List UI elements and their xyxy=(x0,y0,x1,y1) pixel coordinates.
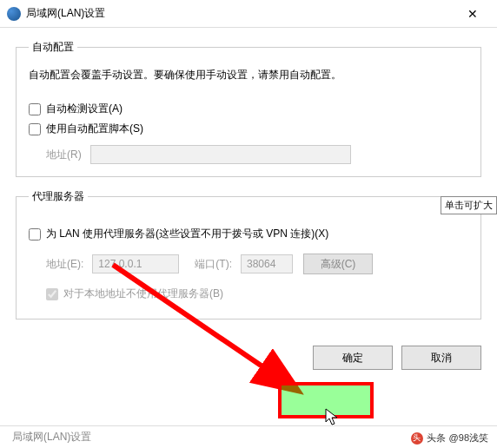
footer-credit-user: @98浅笑 xyxy=(449,432,488,445)
window-title: 局域网(LAN)设置 xyxy=(26,6,455,21)
auto-config-note: 自动配置会覆盖手动设置。要确保使用手动设置，请禁用自动配置。 xyxy=(29,67,468,82)
footer-credit-source: 头条 xyxy=(427,432,446,445)
proxy-legend: 代理服务器 xyxy=(29,189,88,204)
ok-button[interactable]: 确定 xyxy=(313,346,393,370)
footer-strip: 局域网(LAN)设置 头 头条 @98浅笑 xyxy=(0,425,497,448)
auto-detect-label: 自动检测设置(A) xyxy=(46,102,123,116)
auto-detect-checkbox[interactable] xyxy=(29,103,41,115)
proxy-port-label: 端口(T): xyxy=(195,257,232,272)
script-address-input[interactable] xyxy=(90,145,351,164)
proxy-address-input[interactable] xyxy=(92,254,179,273)
auto-script-checkbox[interactable] xyxy=(29,123,41,135)
cursor-icon xyxy=(325,408,339,427)
proxy-group: 代理服务器 为 LAN 使用代理服务器(这些设置不用于拨号或 VPN 连接)(X… xyxy=(16,189,481,320)
toutiao-icon: 头 xyxy=(411,432,423,445)
use-proxy-label: 为 LAN 使用代理服务器(这些设置不用于拨号或 VPN 连接)(X) xyxy=(46,227,328,241)
advanced-button[interactable]: 高级(C) xyxy=(303,254,373,274)
footer-credit: 头 头条 @98浅笑 xyxy=(411,432,488,445)
auto-script-label: 使用自动配置脚本(S) xyxy=(46,122,143,136)
zoom-tooltip: 单击可扩大 xyxy=(441,196,497,214)
use-proxy-checkbox[interactable] xyxy=(29,228,41,240)
footer-truncated-label: 局域网(LAN)设置 xyxy=(12,431,91,443)
close-button[interactable]: ✕ xyxy=(455,2,490,26)
bypass-local-checkbox[interactable] xyxy=(46,288,58,300)
annotation-highlight-box xyxy=(278,382,374,418)
globe-icon xyxy=(7,7,21,21)
cancel-button[interactable]: 取消 xyxy=(401,346,481,370)
proxy-port-input[interactable] xyxy=(241,254,293,273)
proxy-address-label: 地址(E): xyxy=(46,257,83,272)
auto-config-legend: 自动配置 xyxy=(29,40,77,55)
title-bar: 局域网(LAN)设置 ✕ xyxy=(0,0,497,28)
auto-config-group: 自动配置 自动配置会覆盖手动设置。要确保使用手动设置，请禁用自动配置。 自动检测… xyxy=(16,40,481,177)
bypass-local-label: 对于本地地址不使用代理服务器(B) xyxy=(63,287,223,301)
script-address-label: 地址(R) xyxy=(46,148,82,162)
